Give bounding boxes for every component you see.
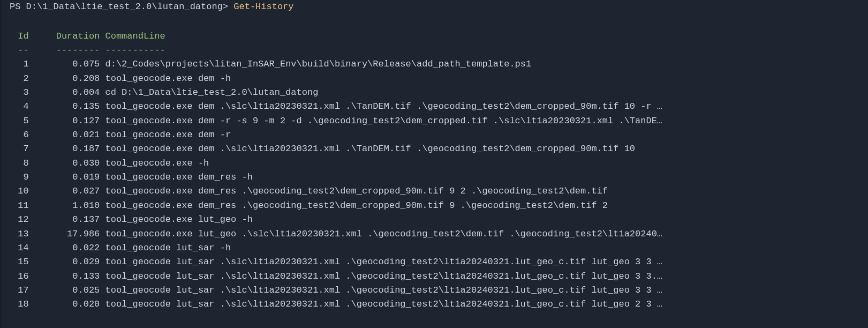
cell-duration: 0.025 bbox=[34, 284, 100, 297]
cell-commandline: tool_geocode lut_sar .\slc\lt1a20230321.… bbox=[105, 285, 662, 295]
cell-duration: 0.022 bbox=[34, 241, 100, 255]
table-row: 11 1.010 tool_geocode.exe dem_res .\geoc… bbox=[10, 199, 868, 213]
cell-commandline: tool_geocode.exe dem .\slc\lt1a20230321.… bbox=[105, 101, 662, 111]
cell-id: 11 bbox=[10, 199, 29, 213]
cell-duration: 0.004 bbox=[34, 86, 100, 100]
table-row: 5 0.127 tool_geocode.exe dem -r -s 9 -m … bbox=[10, 114, 868, 128]
table-row: 18 0.020 tool_geocode lut_sar .\slc\lt1a… bbox=[10, 297, 868, 311]
divider-commandline: ----------- bbox=[105, 43, 165, 57]
cell-commandline: tool_geocode.exe dem_res -h bbox=[105, 172, 252, 182]
editor-gutter bbox=[0, 0, 2, 328]
cell-id: 14 bbox=[10, 241, 29, 255]
table-body: 1 0.075 d:\2_Codes\projects\litan_InSAR_… bbox=[10, 57, 868, 311]
cell-id: 15 bbox=[10, 255, 29, 269]
table-row: 17 0.025 tool_geocode lut_sar .\slc\lt1a… bbox=[10, 284, 868, 297]
cell-id: 13 bbox=[10, 227, 29, 241]
cell-id: 18 bbox=[10, 297, 29, 311]
table-row: 12 0.137 tool_geocode.exe lut_geo -h bbox=[10, 213, 868, 227]
divider-duration: -------- bbox=[34, 43, 100, 57]
cell-id: 16 bbox=[10, 270, 29, 284]
cell-commandline: tool_geocode lut_sar .\slc\lt1a20230321.… bbox=[105, 299, 662, 309]
table-row: 6 0.021 tool_geocode.exe dem -r bbox=[10, 128, 868, 142]
terminal-output[interactable]: PS D:\1_Data\ltie_test_2.0\lutan_datong>… bbox=[0, 0, 868, 312]
cell-id: 2 bbox=[10, 72, 29, 86]
table-row: 16 0.133 tool_geocode lut_sar .\slc\lt1a… bbox=[10, 270, 868, 284]
table-row: 10 0.027 tool_geocode.exe dem_res .\geoc… bbox=[10, 184, 868, 198]
cell-duration: 0.127 bbox=[34, 114, 100, 128]
cell-duration: 1.010 bbox=[34, 199, 100, 213]
cell-id: 8 bbox=[10, 156, 29, 170]
blank-line bbox=[10, 15, 868, 29]
cell-commandline: tool_geocode.exe dem -h bbox=[105, 73, 231, 84]
header-id: Id bbox=[10, 29, 29, 43]
cell-duration: 17.986 bbox=[34, 227, 100, 241]
cell-duration: 0.137 bbox=[34, 213, 100, 227]
cell-duration: 0.187 bbox=[34, 142, 100, 156]
cell-commandline: tool_geocode.exe dem -r -s 9 -m 2 -d .\g… bbox=[105, 116, 662, 126]
cell-duration: 0.020 bbox=[34, 297, 100, 311]
header-duration: Duration bbox=[34, 29, 100, 43]
cell-commandline: tool_geocode lut_sar .\slc\lt1a20230321.… bbox=[105, 257, 662, 267]
cell-id: 1 bbox=[10, 57, 29, 71]
cell-commandline: tool_geocode.exe dem .\slc\lt1a20230321.… bbox=[105, 144, 635, 154]
cell-duration: 0.133 bbox=[34, 270, 100, 284]
cell-duration: 0.135 bbox=[34, 100, 100, 114]
cell-commandline: tool_geocode.exe dem_res .\geocoding_tes… bbox=[105, 186, 608, 196]
table-row: 13 17.986 tool_geocode.exe lut_geo .\slc… bbox=[10, 227, 868, 241]
table-row: 15 0.029 tool_geocode lut_sar .\slc\lt1a… bbox=[10, 255, 868, 269]
cell-id: 3 bbox=[10, 86, 29, 100]
prompt-path: D:\1_Data\ltie_test_2.0\lutan_datong bbox=[26, 2, 223, 12]
table-row: 9 0.019 tool_geocode.exe dem_res -h bbox=[10, 170, 868, 184]
cell-id: 7 bbox=[10, 142, 29, 156]
cell-commandline: tool_geocode lut_sar .\slc\lt1a20230321.… bbox=[105, 271, 662, 281]
table-row: 14 0.022 tool_geocode lut_sar -h bbox=[10, 241, 868, 255]
cell-duration: 0.208 bbox=[34, 72, 100, 86]
cell-duration: 0.029 bbox=[34, 255, 100, 269]
cell-duration: 0.075 bbox=[34, 57, 100, 71]
table-row: 4 0.135 tool_geocode.exe dem .\slc\lt1a2… bbox=[10, 100, 868, 114]
cell-id: 4 bbox=[10, 100, 29, 114]
prompt-line: PS D:\1_Data\ltie_test_2.0\lutan_datong>… bbox=[10, 0, 868, 14]
table-row: 7 0.187 tool_geocode.exe dem .\slc\lt1a2… bbox=[10, 142, 868, 156]
prompt-separator: > bbox=[223, 2, 233, 12]
table-row: 8 0.030 tool_geocode.exe -h bbox=[10, 156, 868, 170]
prompt-prefix: PS bbox=[10, 2, 26, 12]
cell-commandline: tool_geocode.exe dem -r bbox=[105, 130, 231, 140]
table-row: 1 0.075 d:\2_Codes\projects\litan_InSAR_… bbox=[10, 57, 868, 71]
cell-id: 5 bbox=[10, 114, 29, 128]
cell-commandline: tool_geocode lut_sar -h bbox=[105, 243, 231, 253]
cell-commandline: tool_geocode.exe dem_res .\geocoding_tes… bbox=[105, 200, 608, 211]
cell-commandline: tool_geocode.exe lut_geo -h bbox=[105, 214, 252, 225]
cell-duration: 0.027 bbox=[34, 184, 100, 198]
cell-id: 6 bbox=[10, 128, 29, 142]
header-commandline: CommandLine bbox=[105, 29, 165, 43]
divider-id: -- bbox=[10, 43, 29, 57]
cell-id: 17 bbox=[10, 284, 29, 297]
cell-commandline: tool_geocode.exe lut_geo .\slc\lt1a20230… bbox=[105, 229, 662, 239]
cell-commandline: d:\2_Codes\projects\litan_InSAR_Env\buil… bbox=[105, 59, 531, 69]
cell-commandline: tool_geocode.exe -h bbox=[105, 158, 209, 168]
cell-id: 9 bbox=[10, 170, 29, 184]
table-header: Id Duration CommandLine bbox=[10, 29, 868, 43]
cell-commandline: cd D:\1_Data\ltie_test_2.0\lutan_datong bbox=[105, 87, 318, 98]
cell-id: 10 bbox=[10, 184, 29, 198]
table-divider: -- -------- ----------- bbox=[10, 43, 868, 57]
cell-duration: 0.019 bbox=[34, 170, 100, 184]
table-row: 3 0.004 cd D:\1_Data\ltie_test_2.0\lutan… bbox=[10, 86, 868, 100]
cell-duration: 0.030 bbox=[34, 156, 100, 170]
prompt-command: Get-History bbox=[233, 2, 293, 12]
table-row: 2 0.208 tool_geocode.exe dem -h bbox=[10, 72, 868, 86]
cell-id: 12 bbox=[10, 213, 29, 227]
cell-duration: 0.021 bbox=[34, 128, 100, 142]
